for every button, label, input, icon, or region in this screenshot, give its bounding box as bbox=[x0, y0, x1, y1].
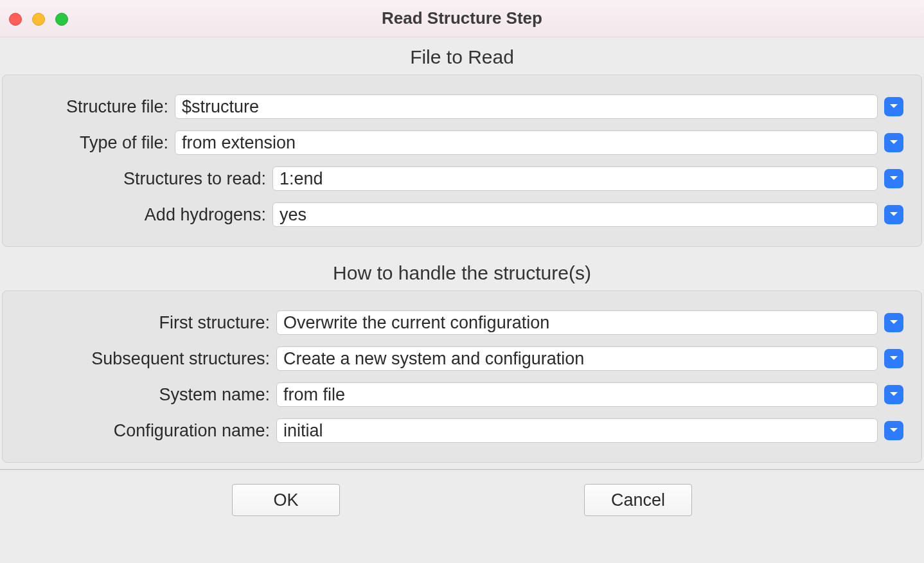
window-title: Read Structure Step bbox=[0, 8, 924, 28]
label-first-structure: First structure: bbox=[21, 313, 276, 333]
combo-configuration-name bbox=[276, 418, 903, 443]
structures-to-read-input[interactable] bbox=[272, 166, 878, 191]
add-hydrogens-dropdown-button[interactable] bbox=[884, 205, 903, 224]
configuration-name-dropdown-button[interactable] bbox=[884, 421, 903, 440]
combo-structures-to-read bbox=[272, 166, 903, 191]
cancel-button[interactable]: Cancel bbox=[584, 484, 692, 516]
system-name-dropdown-button[interactable] bbox=[884, 385, 903, 404]
combo-structure-file bbox=[175, 94, 903, 119]
row-first-structure: First structure: bbox=[21, 310, 903, 335]
dialog-footer: OK Cancel bbox=[0, 469, 924, 535]
row-add-hydrogens: Add hydrogens: bbox=[21, 202, 903, 227]
label-configuration-name: Configuration name: bbox=[21, 421, 276, 441]
minimize-window-button[interactable] bbox=[32, 13, 45, 26]
panel-file-to-read: Structure file: Type of file: bbox=[2, 75, 922, 247]
system-name-input[interactable] bbox=[276, 382, 878, 407]
label-structures-to-read: Structures to read: bbox=[21, 169, 272, 189]
first-structure-input[interactable] bbox=[276, 310, 878, 335]
titlebar: Read Structure Step bbox=[0, 0, 924, 37]
ok-button[interactable]: OK bbox=[232, 484, 340, 516]
section-title-file-to-read: File to Read bbox=[0, 37, 924, 75]
combo-add-hydrogens bbox=[272, 202, 903, 227]
chevron-down-icon bbox=[889, 426, 899, 436]
chevron-down-icon bbox=[889, 210, 899, 220]
section-title-handle-structures: How to handle the structure(s) bbox=[0, 253, 924, 290]
add-hydrogens-input[interactable] bbox=[272, 202, 878, 227]
row-configuration-name: Configuration name: bbox=[21, 418, 903, 443]
chevron-down-icon bbox=[889, 174, 899, 184]
structures-to-read-dropdown-button[interactable] bbox=[884, 169, 903, 188]
chevron-down-icon bbox=[889, 318, 899, 328]
row-subsequent-structures: Subsequent structures: bbox=[21, 346, 903, 371]
dialog-window: Read Structure Step File to Read Structu… bbox=[0, 0, 924, 535]
panel-handle-structures: First structure: Subsequent structures: bbox=[2, 290, 922, 463]
first-structure-dropdown-button[interactable] bbox=[884, 313, 903, 332]
row-structures-to-read: Structures to read: bbox=[21, 166, 903, 191]
chevron-down-icon bbox=[889, 138, 899, 148]
label-type-of-file: Type of file: bbox=[21, 133, 175, 153]
chevron-down-icon bbox=[889, 390, 899, 400]
combo-type-of-file bbox=[175, 130, 903, 155]
chevron-down-icon bbox=[889, 102, 899, 112]
row-structure-file: Structure file: bbox=[21, 94, 903, 119]
label-subsequent-structures: Subsequent structures: bbox=[21, 349, 276, 369]
chevron-down-icon bbox=[889, 354, 899, 364]
type-of-file-input[interactable] bbox=[175, 130, 878, 155]
subsequent-structures-input[interactable] bbox=[276, 346, 878, 371]
type-of-file-dropdown-button[interactable] bbox=[884, 133, 903, 152]
label-structure-file: Structure file: bbox=[21, 97, 175, 117]
structure-file-input[interactable] bbox=[175, 94, 878, 119]
combo-first-structure bbox=[276, 310, 903, 335]
combo-system-name bbox=[276, 382, 903, 407]
combo-subsequent-structures bbox=[276, 346, 903, 371]
subsequent-structures-dropdown-button[interactable] bbox=[884, 349, 903, 368]
zoom-window-button[interactable] bbox=[55, 13, 68, 26]
close-window-button[interactable] bbox=[9, 13, 22, 26]
row-type-of-file: Type of file: bbox=[21, 130, 903, 155]
structure-file-dropdown-button[interactable] bbox=[884, 97, 903, 116]
label-system-name: System name: bbox=[21, 385, 276, 405]
row-system-name: System name: bbox=[21, 382, 903, 407]
configuration-name-input[interactable] bbox=[276, 418, 878, 443]
window-controls bbox=[9, 13, 68, 26]
label-add-hydrogens: Add hydrogens: bbox=[21, 205, 272, 225]
